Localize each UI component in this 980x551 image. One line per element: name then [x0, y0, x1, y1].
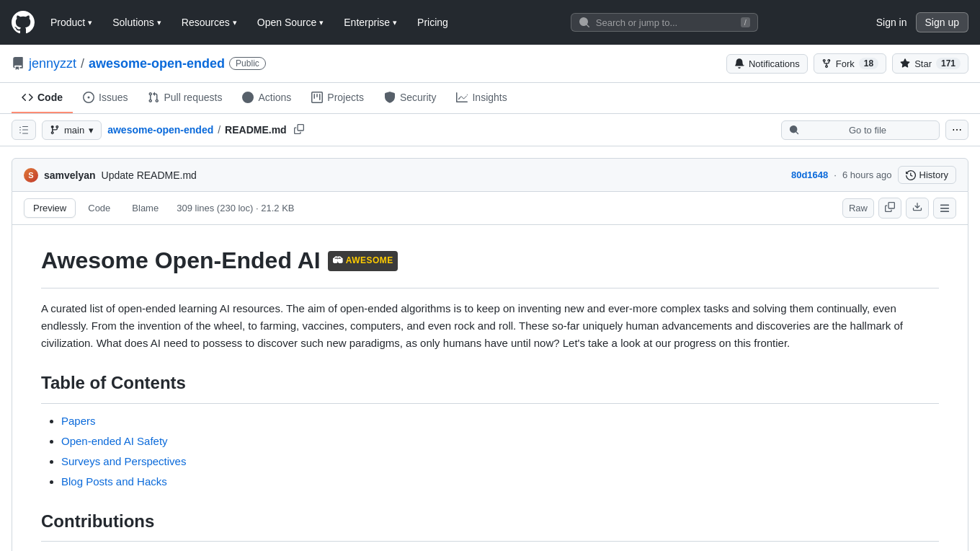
commit-author[interactable]: samvelyan	[44, 169, 96, 181]
toc-heading: Table of Contents	[41, 369, 939, 403]
download-icon	[912, 202, 922, 212]
branch-icon	[50, 125, 60, 135]
commit-hash-sep: ·	[834, 169, 837, 180]
pricing-link[interactable]: Pricing	[413, 14, 453, 31]
github-logo-icon[interactable]	[12, 11, 35, 34]
search-bar[interactable]: Search or jump to... /	[571, 13, 758, 32]
tab-pullrequests-label: Pull requests	[164, 92, 222, 103]
notifications-button[interactable]: Notifications	[726, 54, 808, 74]
list-icon	[940, 202, 950, 212]
tab-code[interactable]: Code	[12, 83, 73, 113]
top-navbar: Product ▾ Solutions ▾ Resources ▾ Open S…	[0, 0, 980, 45]
fork-count: 18	[859, 58, 878, 69]
code-toolbar: Preview Code Blame 309 lines (230 loc) ·…	[12, 192, 968, 225]
code-viewer: Preview Code Blame 309 lines (230 loc) ·…	[12, 192, 968, 551]
enterprise-menu[interactable]: Enterprise ▾	[339, 14, 401, 31]
outline-button[interactable]	[933, 198, 956, 219]
copy-raw-button[interactable]	[878, 198, 901, 219]
tab-actions[interactable]: Actions	[232, 83, 301, 113]
repo-name[interactable]: awesome-open-ended	[89, 56, 225, 71]
code-tab[interactable]: Code	[79, 198, 120, 218]
tab-security-label: Security	[400, 92, 437, 103]
opensource-chevron-icon: ▾	[319, 18, 324, 27]
product-menu[interactable]: Product ▾	[46, 14, 97, 31]
copy-icon	[294, 124, 304, 134]
opensource-menu[interactable]: Open Source ▾	[253, 14, 329, 31]
readme-content: Awesome Open-Ended AI 🕶 awesome A curate…	[12, 225, 968, 551]
tab-pullrequests[interactable]: Pull requests	[138, 83, 232, 113]
avatar: S	[24, 168, 38, 182]
projects-icon	[311, 92, 323, 103]
actions-icon	[242, 92, 254, 103]
code-icon	[22, 92, 33, 103]
goto-file-button[interactable]: Go to file	[781, 120, 940, 140]
tab-insights[interactable]: Insights	[446, 83, 517, 113]
preview-tab[interactable]: Preview	[24, 198, 76, 218]
star-button[interactable]: Star 171	[892, 53, 968, 74]
file-navigation-bar: main ▾ awesome-open-ended / README.md Go…	[0, 114, 980, 146]
fork-label: Fork	[836, 58, 855, 69]
list-item: Papers	[61, 413, 939, 430]
toc-link-blog[interactable]: Blog Posts and Hacks	[61, 475, 167, 488]
toc-link-papers[interactable]: Papers	[61, 415, 96, 427]
toc-link-safety[interactable]: Open-ended AI Safety	[61, 435, 168, 447]
enterprise-chevron-icon: ▾	[393, 18, 397, 27]
history-label: History	[919, 169, 948, 180]
resources-menu[interactable]: Resources ▾	[177, 14, 241, 31]
signup-button[interactable]: Sign up	[916, 12, 968, 32]
repo-owner[interactable]: jennyzzt	[29, 56, 76, 71]
history-icon	[906, 170, 916, 180]
security-icon	[384, 92, 396, 103]
sidebar-icon	[18, 124, 30, 136]
solutions-menu[interactable]: Solutions ▾	[108, 14, 166, 31]
commit-time: 6 hours ago	[842, 169, 892, 180]
branch-name: main	[64, 125, 84, 136]
file-stats: 309 lines (230 loc) · 21.2 KB	[177, 203, 294, 213]
readme-description: A curated list of open-ended learning AI…	[41, 300, 939, 352]
tab-projects[interactable]: Projects	[301, 83, 374, 113]
bell-icon	[734, 58, 744, 69]
list-item: Blog Posts and Hacks	[61, 473, 939, 490]
tab-issues[interactable]: Issues	[73, 83, 138, 113]
list-item: Surveys and Perspectives	[61, 453, 939, 470]
blame-tab[interactable]: Blame	[122, 198, 168, 218]
search-small-icon	[789, 125, 799, 135]
search-icon	[579, 17, 590, 28]
repo-icon	[12, 57, 24, 70]
tab-security[interactable]: Security	[374, 83, 447, 113]
insights-icon	[456, 92, 468, 103]
commit-info-bar: S samvelyan Update README.md 80d1648 · 6…	[12, 158, 968, 192]
repo-header: jennyzzt / awesome-open-ended Public Not…	[0, 45, 980, 83]
copy-path-button[interactable]	[291, 123, 307, 138]
more-options-button[interactable]: ⋯	[945, 120, 968, 140]
solutions-chevron-icon: ▾	[157, 18, 161, 27]
branch-chevron-icon: ▾	[89, 125, 94, 136]
copy-raw-icon	[885, 202, 895, 212]
pr-icon	[148, 92, 159, 103]
tab-issues-label: Issues	[99, 92, 128, 103]
raw-button[interactable]: Raw	[842, 198, 874, 218]
fork-icon	[821, 58, 832, 69]
commit-hash[interactable]: 80d1648	[791, 169, 828, 180]
readme-title: Awesome Open-Ended AI 🕶 awesome	[41, 242, 939, 288]
history-button[interactable]: History	[898, 166, 956, 184]
signin-button[interactable]: Sign in	[876, 17, 907, 28]
breadcrumb: awesome-open-ended / README.md	[107, 123, 306, 138]
star-count: 171	[936, 58, 961, 69]
fork-button[interactable]: Fork 18	[814, 53, 886, 74]
toc-link-surveys[interactable]: Surveys and Perspectives	[61, 455, 186, 467]
breadcrumb-sep: /	[218, 124, 220, 136]
notifications-label: Notifications	[749, 58, 800, 69]
branch-selector[interactable]: main ▾	[42, 120, 102, 140]
tree-toggle-button[interactable]	[12, 120, 36, 140]
resources-chevron-icon: ▾	[233, 18, 237, 27]
tab-projects-label: Projects	[327, 92, 364, 103]
download-button[interactable]	[906, 198, 929, 219]
search-shortcut-badge: /	[741, 17, 750, 27]
breadcrumb-repo[interactable]: awesome-open-ended	[107, 124, 213, 136]
product-chevron-icon: ▾	[88, 18, 92, 27]
commit-message: Update README.md	[102, 169, 197, 181]
tab-insights-label: Insights	[472, 92, 507, 103]
toc-list: Papers Open-ended AI Safety Surveys and …	[41, 413, 939, 490]
issues-icon	[83, 92, 94, 103]
